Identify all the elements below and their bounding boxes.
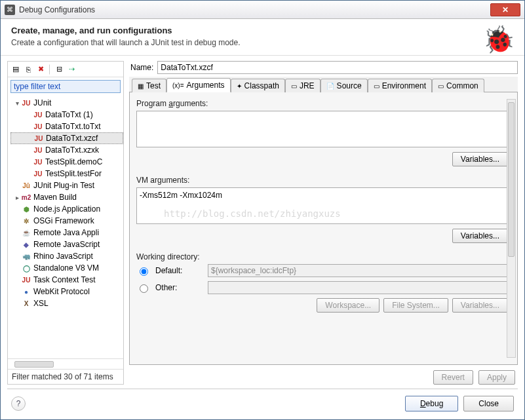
revert-button[interactable]: Revert [433, 370, 473, 385]
dialog-footer: ? Debug Close [7, 389, 518, 417]
tree-node[interactable]: XXSL [10, 297, 123, 309]
dialog-header: Create, manage, and run configurations C… [1, 19, 524, 56]
name-input[interactable] [157, 61, 518, 74]
tree-node[interactable]: JUTestSplit.demoC [10, 156, 123, 168]
vm-args-label: VM arguments: [136, 176, 508, 185]
duplicate-config-icon[interactable]: ⎘ [23, 64, 33, 75]
tree-node[interactable]: ▾JUJUnit [10, 97, 123, 109]
tree-node[interactable]: JUDataToTxt.toTxt [10, 121, 123, 132]
default-dir-radio[interactable] [140, 267, 148, 276]
vertical-scrollbar[interactable] [507, 99, 516, 358]
arguments-tab-body: Program arguments: Variables... VM argum… [129, 92, 518, 365]
close-button[interactable]: Close [463, 396, 514, 411]
default-dir-label: Default: [155, 266, 203, 275]
title-bar: ⌘ Debug Configurations ✕ [1, 1, 524, 19]
header-subtitle: Create a configuration that will launch … [11, 38, 514, 47]
new-config-icon[interactable]: ▤ [10, 64, 21, 75]
tree-node[interactable]: ◯Standalone V8 VM [10, 262, 123, 274]
tree-node[interactable]: 🦏Rhino JavaScript [10, 250, 123, 262]
tab-environment[interactable]: ▭Environment [368, 79, 432, 92]
tree-node[interactable]: JUDataToTxt (1) [10, 109, 123, 121]
vm-args-textarea[interactable]: -Xms512m -Xmx1024m [136, 187, 508, 224]
tree-node[interactable]: ●WebKit Protocol [10, 286, 123, 297]
program-args-variables-button[interactable]: Variables... [452, 152, 508, 166]
bug-icon: 🐞 [482, 24, 515, 55]
configurations-tree-pane: ▤ ⎘ ✖ ⊟ ⇢ type filter text ▾JUJUnitJUDat… [7, 61, 124, 385]
default-dir-input [208, 264, 508, 277]
workspace-button[interactable]: Workspace... [317, 298, 379, 313]
filesystem-button[interactable]: File System... [383, 298, 448, 313]
other-dir-radio[interactable] [140, 284, 148, 293]
tab-classpath[interactable]: ✦Classpath [231, 79, 285, 92]
other-dir-input [208, 281, 508, 294]
tab-source[interactable]: 📄Source [321, 79, 368, 92]
tree-node[interactable]: ✲OSGi Framework [10, 215, 123, 227]
tree-node[interactable]: ▸m2Maven Build [10, 191, 123, 203]
help-button[interactable]: ? [11, 396, 26, 411]
collapse-all-icon[interactable]: ⊟ [54, 64, 64, 75]
tree-node[interactable]: JUTask Context Test [10, 274, 123, 286]
app-icon: ⌘ [5, 5, 15, 15]
name-label: Name: [129, 63, 153, 72]
filter-icon[interactable]: ⇢ [66, 64, 77, 75]
debug-button[interactable]: Debug [405, 396, 458, 411]
horizontal-scrollbar[interactable] [8, 358, 123, 369]
tab-arguments[interactable]: (x)=Arguments [166, 78, 231, 92]
working-dir-label: Working directory: [136, 252, 508, 261]
window-close-button[interactable]: ✕ [490, 3, 520, 16]
filter-status: Filter matched 30 of 71 items [8, 369, 123, 384]
tree-node[interactable]: ⬢Node.js Application [10, 203, 123, 215]
tree-node[interactable]: JûJUnit Plug-in Test [10, 180, 123, 191]
apply-button[interactable]: Apply [478, 370, 515, 385]
delete-config-icon[interactable]: ✖ [35, 64, 46, 75]
workingdir-variables-button[interactable]: Variables... [452, 298, 508, 313]
tree-node[interactable]: ◆Remote JavaScript [10, 239, 123, 250]
other-dir-label: Other: [155, 283, 203, 292]
tree-node[interactable]: JUDataToTxt.xzcf [10, 132, 123, 144]
tabs-bar: ▦Test(x)=Arguments✦Classpath▭JRE📄Source▭… [129, 77, 518, 92]
window-title: Debug Configurations [19, 5, 490, 14]
tab-test[interactable]: ▦Test [132, 79, 166, 92]
tree-node[interactable]: ☕Remote Java Appli [10, 227, 123, 239]
tab-jre[interactable]: ▭JRE [285, 79, 321, 92]
program-args-textarea[interactable] [136, 111, 508, 147]
toolbar-separator [49, 64, 50, 75]
tree-toolbar: ▤ ⎘ ✖ ⊟ ⇢ [8, 62, 123, 77]
tree-node[interactable]: JUTestSplit.testFor [10, 168, 123, 180]
tab-common[interactable]: ▭Common [432, 79, 484, 92]
vm-args-variables-button[interactable]: Variables... [452, 229, 508, 243]
program-args-label: Program arguments: [136, 99, 508, 108]
config-detail-pane: Name: ▦Test(x)=Arguments✦Classpath▭JRE📄S… [129, 61, 518, 385]
header-title: Create, manage, and run configurations [11, 26, 514, 35]
config-tree[interactable]: ▾JUJUnitJUDataToTxt (1)JUDataToTxt.toTxt… [8, 96, 123, 358]
tree-filter-input[interactable]: type filter text [10, 80, 121, 93]
tree-node[interactable]: JUDataToTxt.xzxk [10, 144, 123, 156]
